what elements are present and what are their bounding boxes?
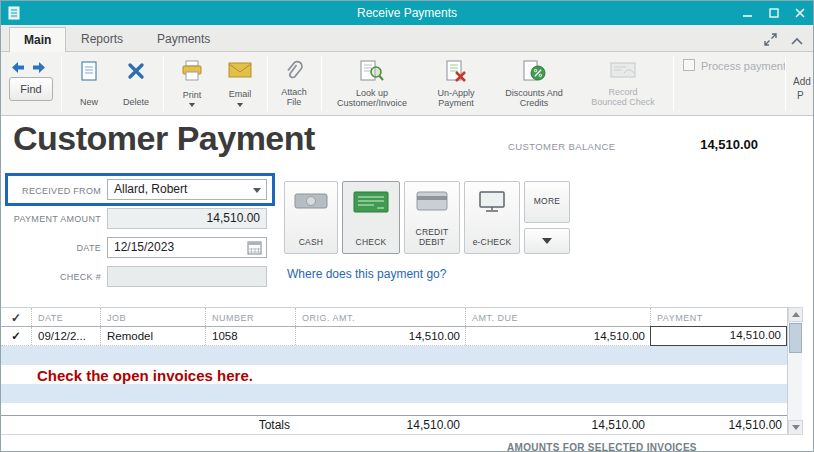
where-payment-goes-link[interactable]: Where does this payment go?	[287, 267, 446, 281]
payment-amount-input[interactable]: 14,510.00	[107, 208, 267, 229]
email-dropdown-icon[interactable]	[237, 103, 243, 107]
echeck-button[interactable]: e-CHECK	[464, 181, 520, 254]
date-input[interactable]: 12/15/2023	[107, 237, 267, 258]
new-icon	[79, 60, 99, 86]
payment-amount-label: PAYMENT AMOUNT	[5, 214, 101, 224]
amounts-for-selected-invoices-label: AMOUNTS FOR SELECTED INVOICES	[507, 442, 697, 452]
credit-card-icon	[416, 191, 448, 215]
process-payment-checkbox[interactable]	[683, 59, 695, 71]
expand-ribbon-icon[interactable]	[764, 32, 777, 50]
process-payment-label: Process payment	[701, 60, 786, 72]
email-button[interactable]: Email	[217, 57, 263, 110]
unapply-payment-button[interactable]: Un-Apply Payment	[421, 57, 491, 110]
cash-button[interactable]: CASH	[284, 181, 338, 254]
toolbar-separator	[61, 56, 62, 111]
empty-table-row	[1, 346, 787, 365]
title-bar: Receive Payments	[1, 1, 813, 25]
check-payment-icon	[353, 191, 389, 217]
record-bounced-check-button[interactable]: Record Bounced Check	[577, 57, 669, 110]
tab-main[interactable]: Main	[9, 27, 66, 52]
column-header-payment: PAYMENT	[650, 308, 787, 326]
row-orig-amt: 14,510.00	[295, 327, 465, 345]
tab-payments[interactable]: Payments	[143, 27, 224, 52]
toolbar-separator	[321, 56, 322, 111]
more-methods-button[interactable]: MORE	[524, 181, 570, 223]
minimize-button[interactable]	[743, 8, 753, 18]
find-button[interactable]: Find	[9, 77, 53, 101]
table-scrollbar[interactable]	[787, 307, 802, 435]
scroll-down-button[interactable]	[788, 420, 803, 435]
paperclip-icon	[284, 60, 304, 86]
check-number-input[interactable]	[107, 266, 267, 287]
toolbar-separator	[785, 56, 786, 111]
customer-balance-label: CUSTOMER BALANCE	[508, 141, 616, 152]
lookup-customer-invoice-button[interactable]: Look up Customer/Invoice	[325, 57, 419, 110]
invoice-table-row[interactable]: ✓ 09/12/2... Remodel 1058 14,510.00 14,5…	[1, 327, 787, 346]
more-methods-dropdown-button[interactable]	[524, 228, 570, 254]
column-header-amt-due: AMT. DUE	[465, 308, 650, 326]
print-dropdown-icon[interactable]	[189, 103, 195, 107]
row-amt-due: 14,510.00	[465, 327, 650, 345]
unapply-payment-icon	[444, 60, 468, 88]
toolbar-separator	[267, 56, 268, 111]
forward-arrow-icon[interactable]	[32, 59, 46, 77]
attach-file-button[interactable]: Attach File	[271, 57, 317, 110]
scroll-up-button[interactable]	[788, 307, 803, 322]
tab-reports[interactable]: Reports	[67, 27, 137, 52]
date-value: 12/15/2023	[114, 240, 174, 254]
select-all-column-header: ✓	[1, 308, 31, 326]
date-label: DATE	[5, 243, 101, 253]
column-header-number: NUMBER	[205, 308, 295, 326]
ribbon-tab-bar: Main Reports Payments	[1, 25, 813, 52]
calendar-icon[interactable]	[247, 240, 263, 262]
back-arrow-icon[interactable]	[11, 59, 25, 77]
edge-partial-button-line2[interactable]: P	[797, 90, 804, 101]
echeck-monitor-icon	[478, 191, 506, 217]
totals-row: Totals 14,510.00 14,510.00 14,510.00	[1, 415, 787, 435]
totals-payment: 14,510.00	[650, 416, 787, 434]
row-payment-input[interactable]: 14,510.00	[650, 326, 787, 346]
totals-orig-amt: 14,510.00	[295, 416, 465, 434]
annotation-text: Check the open invoices here.	[37, 367, 253, 384]
column-header-orig-amt: ORIG. AMT.	[295, 308, 465, 326]
column-header-job: JOB	[100, 308, 205, 326]
check-button[interactable]: CHECK	[342, 181, 400, 254]
print-icon	[180, 60, 204, 86]
customer-balance-value: 14,510.00	[656, 137, 758, 152]
check-number-label: CHECK #	[5, 272, 101, 282]
maximize-button[interactable]	[769, 8, 779, 18]
received-from-value: Allard, Robert	[114, 182, 187, 196]
scrollbar-thumb[interactable]	[789, 323, 802, 353]
credit-debit-button[interactable]: CREDIT DEBIT	[404, 181, 460, 254]
empty-table-row	[1, 384, 787, 403]
row-number: 1058	[205, 327, 295, 345]
invoice-table-header: ✓ DATE JOB NUMBER ORIG. AMT. AMT. DUE PA…	[1, 307, 787, 327]
column-header-date: DATE	[31, 308, 100, 326]
window-title: Receive Payments	[1, 6, 813, 20]
edge-partial-button[interactable]: Add	[793, 76, 811, 87]
received-from-combobox[interactable]: Allard, Robert	[107, 179, 267, 200]
delete-button[interactable]: Delete	[113, 57, 159, 110]
delete-icon	[126, 60, 146, 86]
row-job: Remodel	[100, 327, 205, 345]
toolbar-separator	[673, 56, 674, 111]
receive-payments-window: Receive Payments Main Reports Payments	[0, 0, 814, 452]
row-checkmark[interactable]: ✓	[1, 327, 31, 345]
discounts-credits-button[interactable]: Discounts And Credits	[493, 57, 575, 110]
lookup-magnifier-icon	[359, 60, 385, 88]
print-button[interactable]: Print	[169, 57, 215, 110]
bounced-check-icon	[610, 60, 636, 86]
chevron-down-icon	[542, 238, 552, 244]
ribbon-toolbar: Find New Delete Print Emai	[1, 52, 813, 116]
toolbar-separator	[163, 56, 164, 111]
collapse-ribbon-icon[interactable]	[791, 32, 803, 50]
totals-label: Totals	[205, 416, 295, 434]
arrow-down-icon	[792, 425, 800, 430]
email-icon	[228, 60, 252, 84]
close-button[interactable]	[795, 8, 805, 18]
cash-icon	[294, 191, 328, 215]
arrow-up-icon	[792, 312, 800, 317]
chevron-down-icon[interactable]	[253, 188, 261, 193]
new-button[interactable]: New	[67, 57, 111, 110]
page-title: Customer Payment	[13, 119, 315, 158]
